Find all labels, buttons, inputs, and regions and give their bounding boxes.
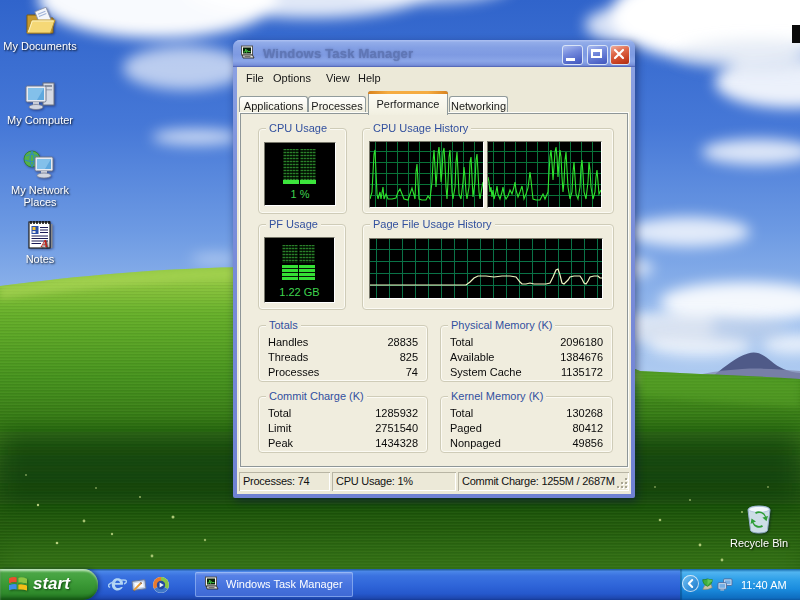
- svg-text:A: A: [40, 237, 48, 249]
